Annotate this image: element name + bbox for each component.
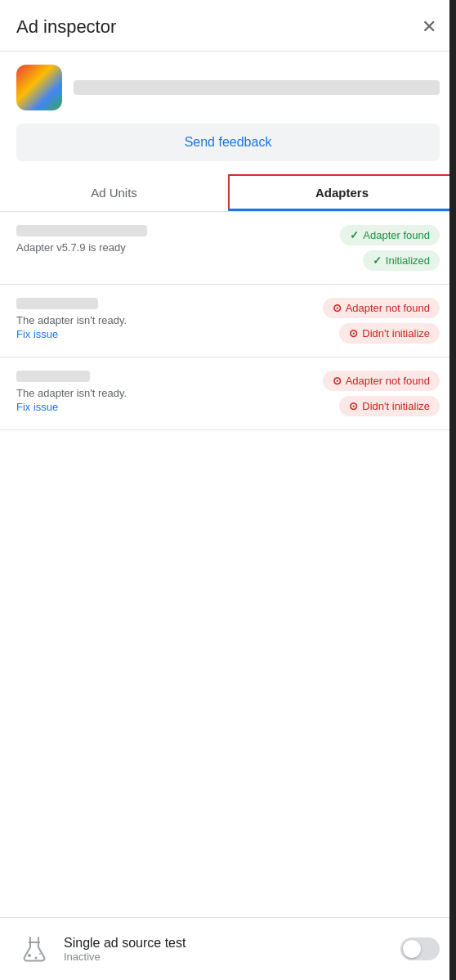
toggle-knob — [403, 940, 421, 958]
adapter-badges-1: ✓ Adapter found ✓ Initialized — [340, 225, 440, 271]
checkmark-icon: ✓ — [350, 229, 359, 241]
adapter-name-2 — [16, 298, 98, 309]
badge-no-init-3: ⊙ Didn't initialize — [339, 396, 440, 416]
fix-issue-link-2[interactable]: Fix issue — [16, 328, 313, 340]
bottom-bar: Single ad source test Inactive — [0, 917, 456, 980]
bottom-bar-text: Single ad source test Inactive — [64, 936, 186, 963]
error-icon-3b: ⊙ — [349, 400, 358, 412]
svg-point-1 — [28, 954, 31, 957]
adapter-name-1 — [16, 225, 147, 236]
badge-initialized: ✓ Initialized — [363, 250, 440, 271]
bottom-bar-left: Single ad source test Inactive — [16, 931, 186, 967]
fix-issue-link-3[interactable]: Fix issue — [16, 401, 313, 413]
error-icon-2a: ⊙ — [333, 302, 342, 314]
adapter-badges-3: ⊙ Adapter not found ⊙ Didn't initialize — [323, 371, 440, 416]
right-edge-bar — [449, 0, 456, 980]
app-info-row — [0, 52, 456, 124]
badge-adapter-found: ✓ Adapter found — [340, 225, 440, 245]
adapter-name-3 — [16, 371, 90, 382]
svg-point-2 — [35, 957, 38, 960]
badge-no-init-2: ⊙ Didn't initialize — [339, 323, 440, 344]
page-title: Ad inspector — [16, 16, 116, 38]
single-ad-source-toggle[interactable] — [400, 937, 440, 960]
badge-not-found-2: ⊙ Adapter not found — [323, 298, 440, 318]
app-icon — [16, 65, 62, 110]
bottom-bar-subtitle: Inactive — [64, 951, 186, 963]
adapter-badges-2: ⊙ Adapter not found ⊙ Didn't initialize — [323, 298, 440, 344]
tab-ad-units[interactable]: Ad Units — [0, 174, 228, 211]
send-feedback-button[interactable]: Send feedback — [16, 124, 440, 161]
adapter-left-2: The adapter isn't ready. Fix issue — [16, 298, 313, 340]
badge-not-found-3: ⊙ Adapter not found — [323, 371, 440, 391]
checkmark-icon-2: ✓ — [373, 254, 382, 267]
adapter-left-3: The adapter isn't ready. Fix issue — [16, 371, 313, 413]
adapter-item: Adapter v5.7.9 is ready ✓ Adapter found … — [0, 212, 456, 285]
adapter-list: Adapter v5.7.9 is ready ✓ Adapter found … — [0, 212, 456, 430]
adapter-status-text-2: The adapter isn't ready. — [16, 314, 313, 326]
svg-point-3 — [39, 953, 41, 955]
tabs-container: Ad Units Adapters — [0, 174, 456, 212]
adapter-version-text-1: Adapter v5.7.9 is ready — [16, 241, 330, 254]
close-button[interactable]: ✕ — [418, 15, 440, 39]
bottom-bar-title: Single ad source test — [64, 936, 186, 951]
header: Ad inspector ✕ — [0, 0, 456, 52]
adapter-item-2: The adapter isn't ready. Fix issue ⊙ Ada… — [0, 285, 456, 357]
error-icon-2b: ⊙ — [349, 327, 358, 339]
flask-icon — [16, 931, 52, 967]
adapter-status-text-3: The adapter isn't ready. — [16, 387, 313, 399]
app-name-blur — [74, 80, 440, 95]
error-icon-3a: ⊙ — [333, 375, 342, 387]
adapter-item-3: The adapter isn't ready. Fix issue ⊙ Ada… — [0, 357, 456, 430]
adapter-left-1: Adapter v5.7.9 is ready — [16, 225, 330, 254]
tab-adapters[interactable]: Adapters — [228, 174, 456, 211]
